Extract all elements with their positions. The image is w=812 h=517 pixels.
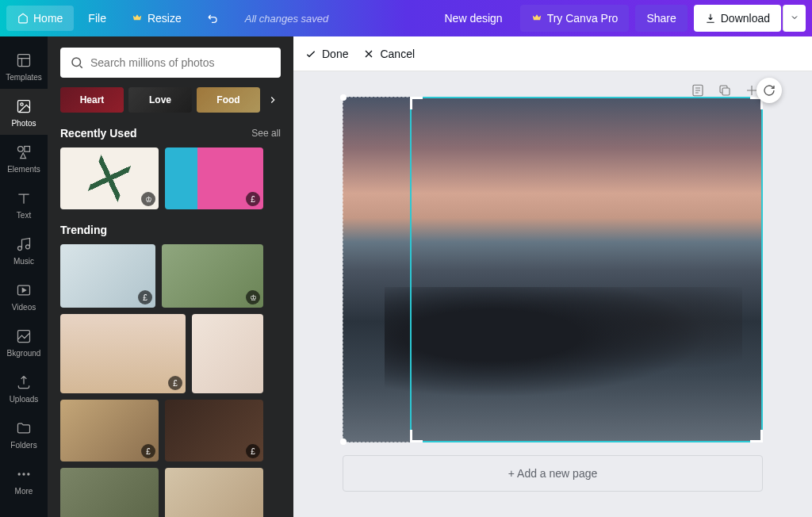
rail-more[interactable]: More (0, 457, 48, 503)
photo-thumb[interactable]: ♔ (162, 244, 263, 308)
category-next[interactable] (265, 92, 281, 108)
rotate-handle[interactable] (756, 78, 782, 103)
crown-badge-icon: ♔ (246, 290, 260, 304)
text-icon (14, 189, 33, 208)
download-button[interactable]: Download (694, 5, 781, 32)
download-icon (705, 13, 716, 24)
photos-icon (14, 97, 33, 116)
category-love[interactable]: Love (128, 87, 192, 113)
crown-icon (531, 13, 542, 24)
category-food[interactable]: Food (197, 87, 260, 113)
done-button[interactable]: Done (304, 48, 348, 60)
rail-music[interactable]: Music (0, 227, 48, 273)
svg-point-5 (18, 246, 22, 250)
home-label: Home (33, 12, 63, 25)
canvas-stage[interactable]: + Add a new page (293, 71, 812, 517)
svg-rect-8 (18, 330, 30, 342)
see-all-link[interactable]: See all (251, 128, 281, 139)
cancel-button[interactable]: Cancel (362, 48, 415, 60)
photo-thumb[interactable]: ♔ (60, 147, 159, 209)
file-button[interactable]: File (77, 6, 117, 31)
notes-icon (691, 83, 705, 98)
uploads-icon (14, 373, 33, 392)
new-design-button[interactable]: New design (433, 6, 513, 31)
svg-rect-4 (25, 146, 30, 151)
music-icon (14, 235, 33, 254)
rail-uploads[interactable]: Uploads (0, 365, 48, 411)
rail-templates[interactable]: Templates (0, 43, 48, 89)
photo-thumb[interactable] (60, 468, 159, 517)
videos-icon (14, 281, 33, 300)
svg-point-12 (72, 58, 81, 67)
background-icon (14, 327, 33, 346)
duplicate-icon (718, 83, 732, 98)
crop-toolbar: Done Cancel (293, 36, 812, 71)
chevron-right-icon (267, 94, 278, 105)
svg-point-6 (26, 244, 30, 248)
crop-handle-bl[interactable] (410, 430, 423, 442)
search-box[interactable] (60, 48, 281, 78)
crop-frame[interactable] (410, 97, 763, 442)
category-row: Heart Love Food (60, 87, 281, 113)
rail-videos[interactable]: Videos (0, 273, 48, 319)
undo-button[interactable] (196, 6, 231, 31)
photo-thumb[interactable]: £ (60, 400, 159, 461)
price-badge-icon: £ (246, 444, 260, 458)
svg-point-11 (27, 473, 29, 475)
elements-icon (14, 143, 33, 162)
bounds-handle[interactable] (340, 94, 347, 101)
side-rail: Templates Photos Elements Text Music Vid… (0, 36, 48, 517)
svg-rect-0 (18, 54, 30, 66)
price-badge-icon: £ (168, 376, 182, 390)
price-badge-icon: £ (141, 444, 155, 458)
svg-point-10 (22, 473, 25, 475)
top-right-group: New design Try Canva Pro Share Download (433, 5, 806, 32)
main-area: Templates Photos Elements Text Music Vid… (0, 36, 812, 517)
home-icon (17, 13, 29, 24)
folders-icon (14, 419, 33, 438)
save-status: All changes saved (245, 13, 329, 25)
price-badge-icon: £ (138, 290, 152, 304)
rail-photos[interactable]: Photos (0, 89, 48, 135)
search-input[interactable] (90, 56, 271, 69)
trending-title: Trending (60, 224, 107, 236)
photos-panel: Heart Love Food Recently Used See all ♔ … (48, 36, 293, 517)
crop-handle-tl[interactable] (410, 97, 423, 109)
crown-icon (132, 13, 143, 24)
share-button[interactable]: Share (635, 5, 687, 32)
crown-badge-icon: ♔ (141, 192, 155, 206)
rail-folders[interactable]: Folders (0, 411, 48, 457)
download-dropdown[interactable] (783, 5, 806, 32)
close-icon (362, 48, 375, 60)
rotate-icon (763, 84, 776, 97)
search-icon (70, 56, 84, 70)
category-heart[interactable]: Heart (60, 87, 124, 113)
photo-thumb[interactable]: £ (165, 147, 263, 209)
resize-button[interactable]: Resize (121, 6, 193, 31)
svg-point-3 (18, 146, 24, 151)
crop-handle-br[interactable] (750, 430, 763, 442)
svg-point-9 (18, 473, 21, 475)
photo-thumb[interactable]: £ (60, 244, 155, 308)
photo-thumb[interactable]: £ (165, 400, 263, 461)
check-icon (304, 48, 317, 60)
recently-used-grid: ♔ £ (60, 147, 281, 209)
home-button[interactable]: Home (6, 6, 74, 31)
trending-grid: £ ♔ £ £ £ (60, 244, 281, 517)
templates-icon (14, 51, 33, 70)
bounds-handle[interactable] (340, 438, 347, 445)
price-badge-icon: £ (246, 192, 260, 206)
canvas-area: Done Cancel (293, 36, 812, 517)
undo-icon (207, 12, 220, 25)
try-pro-button[interactable]: Try Canva Pro (520, 5, 630, 32)
photo-thumb[interactable] (192, 314, 263, 393)
rail-elements[interactable]: Elements (0, 135, 48, 181)
design-page[interactable] (343, 97, 763, 442)
top-bar: Home File Resize All changes saved New d… (0, 0, 812, 36)
add-page-button[interactable]: + Add a new page (343, 455, 763, 492)
rail-text[interactable]: Text (0, 181, 48, 227)
photo-thumb[interactable]: £ (60, 314, 186, 393)
chevron-down-icon (790, 13, 799, 22)
photo-thumb[interactable] (165, 468, 263, 517)
rail-background[interactable]: Bkground (0, 319, 48, 365)
